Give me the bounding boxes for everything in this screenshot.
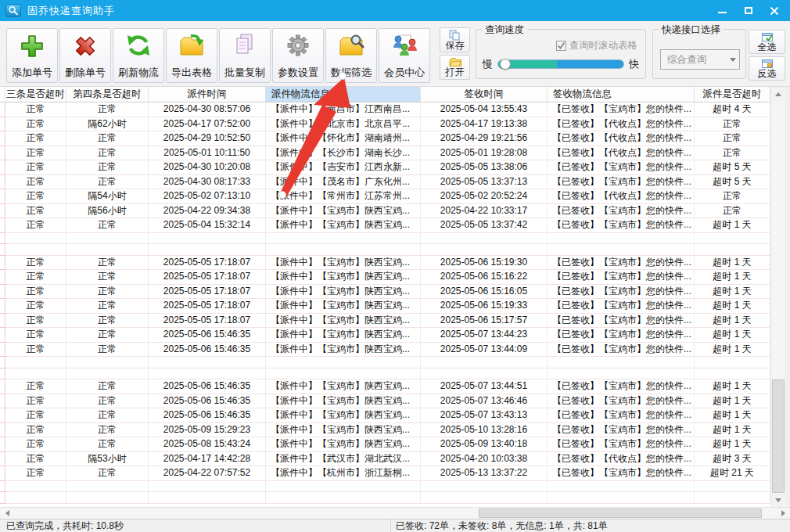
invert-selection-button[interactable]: 反选 — [749, 56, 785, 81]
header-fourth-timeout[interactable]: 第四条是否超时 — [66, 87, 149, 102]
table-cell: 正常 — [5, 160, 66, 175]
select-all-button[interactable]: 全选 — [749, 30, 785, 54]
row-select-strip[interactable] — [0, 379, 5, 394]
table-row[interactable]: 正常正常2025-05-06 15:46:35【派件中】【宝鸡市】陕西宝鸡...… — [0, 408, 770, 423]
row-select-strip[interactable] — [0, 299, 5, 314]
speed-slider-thumb[interactable] — [500, 59, 511, 70]
row-select-strip[interactable] — [0, 408, 5, 423]
row-select-strip[interactable] — [0, 357, 5, 368]
table-cell: 2025-05-06 15:16:05 — [421, 285, 548, 300]
refresh-tracking-button[interactable]: 刷新物流 — [113, 28, 164, 83]
vertical-scroll-thumb[interactable] — [772, 379, 785, 493]
row-select-strip[interactable] — [0, 343, 5, 358]
row-select-strip[interactable] — [0, 314, 5, 329]
open-button[interactable]: 打开 — [440, 55, 470, 80]
vertical-scrollbar[interactable] — [770, 87, 785, 507]
save-button[interactable]: 保存 — [440, 27, 470, 52]
row-select-strip[interactable] — [0, 218, 5, 233]
delete-order-button[interactable]: 删除单号 — [59, 28, 111, 83]
row-select-strip[interactable] — [0, 452, 5, 467]
header-sign-time[interactable]: 签收时间 — [421, 87, 548, 102]
table-row[interactable]: 正常正常2025-05-06 15:46:35【派件中】【宝鸡市】陕西宝鸡...… — [0, 379, 770, 394]
table-row[interactable]: 正常正常2025-05-06 15:46:35【派件中】【宝鸡市】陕西宝鸡...… — [0, 328, 770, 343]
row-select-strip[interactable] — [0, 437, 5, 452]
table-row[interactable]: 正常正常2025-04-30 10:20:08【派件中】【吉安市】江西永新...… — [0, 160, 770, 175]
header-third-timeout[interactable]: 三条是否超时 — [5, 87, 66, 102]
table-row[interactable]: 正常隔56小时2025-04-22 09:34:38【派件中】【宝鸡市】陕西宝鸡… — [0, 204, 770, 219]
table-cell: 隔54小时 — [66, 189, 149, 204]
add-order-button[interactable]: 添加单号 — [6, 28, 58, 83]
table-row[interactable]: 正常正常2025-04-30 08:17:33【派件中】【茂名市】广东化州...… — [0, 175, 770, 190]
scroll-right-button[interactable] — [777, 508, 790, 519]
table-row[interactable]: 正常正常2025-05-05 17:18:07【派件中】【宝鸡市】陕西宝鸡...… — [0, 314, 770, 329]
row-select-strip[interactable] — [0, 102, 5, 117]
row-select-strip[interactable] — [0, 328, 5, 343]
header-dispatch-time[interactable]: 派件时间 — [149, 87, 266, 102]
table-row[interactable]: 正常正常2025-05-01 10:11:50【派件中】【长沙市】湖南长沙...… — [0, 146, 770, 161]
table-cell: 超时 1 天 — [695, 379, 770, 394]
table-cell: 2025-05-08 15:43:24 — [149, 437, 266, 452]
row-select-strip[interactable] — [0, 466, 5, 481]
row-select-strip[interactable] — [0, 146, 5, 161]
table-row[interactable]: 正常隔53小时2025-04-17 14:42:28【派件中】【武汉市】湖北武汉… — [0, 452, 770, 467]
row-select-strip[interactable] — [0, 285, 5, 300]
table-row[interactable]: 正常正常2025-05-06 15:46:35【派件中】【宝鸡市】陕西宝鸡...… — [0, 394, 770, 409]
row-select-strip[interactable] — [0, 131, 5, 146]
table-row[interactable]: 正常正常2025-05-05 17:18:07【派件中】【宝鸡市】陕西宝鸡...… — [0, 285, 770, 300]
row-select-strip[interactable] — [0, 204, 5, 219]
row-select-strip[interactable] — [0, 244, 5, 256]
scroll-up-button[interactable] — [771, 87, 785, 100]
horizontal-scrollbar[interactable] — [0, 507, 790, 519]
header-sign-info[interactable]: 签收物流信息 — [548, 87, 695, 102]
row-select-strip[interactable] — [0, 368, 5, 380]
scroll-while-query-checkbox[interactable]: 查询时滚动表格 — [556, 39, 638, 52]
export-table-button[interactable]: 导出表格 — [166, 28, 217, 83]
table-cell — [149, 481, 266, 493]
row-select-strip[interactable] — [0, 233, 5, 245]
scroll-left-button[interactable] — [0, 508, 13, 519]
table-row[interactable]: 正常正常2025-05-05 17:18:07【派件中】【宝鸡市】陕西宝鸡...… — [0, 270, 770, 285]
table-row[interactable]: 正常正常2025-05-08 15:43:24【派件中】【宝鸡市】陕西宝鸡...… — [0, 437, 770, 452]
horizontal-scroll-thumb[interactable] — [479, 509, 762, 518]
table-row[interactable]: 正常隔54小时2025-05-02 07:13:10【派件中】【常州市】江苏常州… — [0, 189, 770, 204]
table-cell: 【已签收】【宝鸡市】您的快件... — [548, 204, 695, 219]
row-select-strip[interactable] — [0, 117, 5, 132]
data-filter-button[interactable]: 数据筛选 — [325, 28, 377, 83]
api-select-dropdown[interactable]: 综合查询 — [660, 49, 740, 70]
table-row[interactable]: 正常正常2025-04-29 10:52:50【派件中】【怀化市】湖南靖州...… — [0, 131, 770, 146]
maximize-button[interactable] — [735, 0, 761, 21]
row-select-strip[interactable] — [0, 175, 5, 190]
row-select-strip[interactable] — [0, 256, 5, 271]
close-button[interactable] — [761, 0, 787, 21]
table-cell: 正常 — [5, 285, 66, 300]
row-select-strip[interactable] — [0, 189, 5, 204]
table-row[interactable]: 正常正常2025-04-22 07:57:52【派件中】【杭州市】浙江新桐...… — [0, 466, 770, 481]
minimize-button[interactable] — [709, 0, 735, 21]
member-center-button[interactable]: 会员中心 — [379, 28, 430, 83]
table-row[interactable]: 正常正常2025-05-05 17:18:07【派件中】【宝鸡市】陕西宝鸡...… — [0, 256, 770, 271]
row-select-strip[interactable] — [0, 394, 5, 409]
scroll-down-button[interactable] — [771, 494, 785, 507]
batch-copy-button[interactable]: 批量复制 — [219, 28, 271, 83]
table-cell: 正常 — [66, 131, 149, 146]
row-select-strip[interactable] — [0, 492, 5, 504]
row-select-strip[interactable] — [0, 160, 5, 175]
table-cell — [149, 357, 266, 368]
table-row[interactable]: 正常正常2025-05-04 15:32:14【派件中】【宝鸡市】陕西宝鸡...… — [0, 218, 770, 233]
table-row[interactable]: 正常正常2025-05-05 17:18:07【派件中】【宝鸡市】陕西宝鸡...… — [0, 299, 770, 314]
table-cell: 2025-05-05 17:18:07 — [149, 270, 266, 285]
row-select-strip[interactable] — [0, 481, 5, 493]
table-cell: 【派件中】【宝鸡市】陕西宝鸡... — [266, 437, 421, 452]
table-row[interactable]: 正常隔62小时2025-04-17 07:52:00【派件中】【北京市】北京昌平… — [0, 117, 770, 132]
table-row[interactable]: 正常正常2025-04-30 08:57:06【派件中】【南昌市】江西南昌...… — [0, 102, 770, 117]
header-dispatch-info[interactable]: 派件物流信息 — [266, 87, 421, 102]
header-dispatch-timeout[interactable]: 派件是否超时 — [695, 87, 770, 102]
speed-slider[interactable] — [497, 59, 624, 69]
row-header-strip — [0, 87, 5, 102]
settings-button[interactable]: 参数设置 — [272, 28, 324, 83]
row-select-strip[interactable] — [0, 270, 5, 285]
row-select-strip[interactable] — [0, 423, 5, 438]
table-row[interactable]: 正常正常2025-05-06 15:46:35【派件中】【宝鸡市】陕西宝鸡...… — [0, 343, 770, 358]
table-row[interactable]: 正常正常2025-05-09 15:29:23【派件中】【宝鸡市】陕西宝鸡...… — [0, 423, 770, 438]
table-cell: 2025-05-04 13:55:43 — [421, 102, 548, 117]
